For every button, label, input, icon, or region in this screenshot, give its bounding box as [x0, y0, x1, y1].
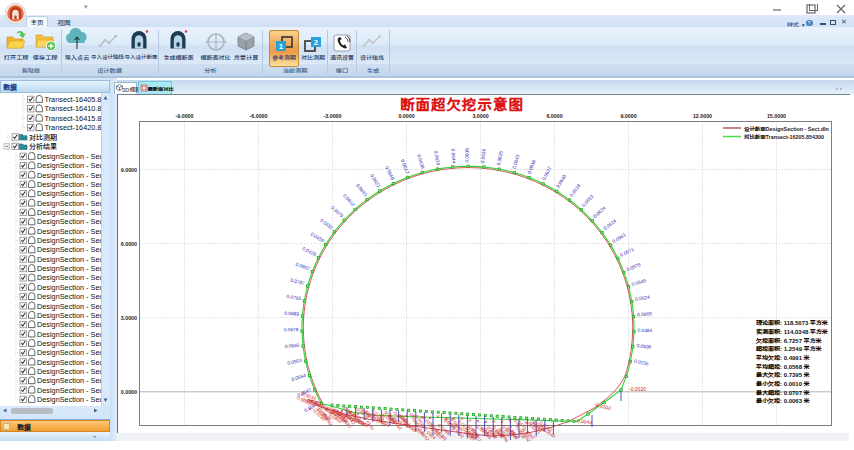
svg-text:0.0625: 0.0625	[496, 150, 504, 166]
svg-text:对比断面Transect-16205.854300: 对比断面Transect-16205.854300	[743, 133, 824, 141]
svg-text:0.0648: 0.0648	[384, 165, 395, 181]
svg-text:0.0661: 0.0661	[612, 232, 627, 244]
svg-text:0.0636: 0.0636	[480, 148, 486, 163]
svg-text:0.0787: 0.0787	[290, 278, 306, 287]
svg-text:0.0549: 0.0549	[631, 278, 647, 287]
svg-text:0.0652: 0.0652	[581, 194, 595, 208]
svg-text:设计断面DesignSection - Sect.dln: 设计断面DesignSection - Sect.dln	[744, 125, 829, 133]
svg-text:0.0524: 0.0524	[635, 295, 651, 302]
svg-text:9.0000: 9.0000	[620, 113, 636, 119]
svg-text:欠挖面积: 6.7257 平方米: 欠挖面积: 6.7257 平方米	[755, 336, 822, 345]
svg-text:最小欠挖: 0.0063 米: 最小欠挖: 0.0063 米	[756, 396, 810, 405]
svg-text:-0.0020: -0.0020	[629, 386, 646, 392]
svg-text:0.0575: 0.0575	[626, 262, 642, 272]
svg-text:0.0678: 0.0678	[284, 327, 299, 332]
svg-text:0.0554: 0.0554	[291, 373, 307, 382]
svg-text:0.0459: 0.0459	[310, 232, 325, 244]
svg-text:0.0633: 0.0633	[355, 183, 368, 198]
svg-text:0.0689: 0.0689	[284, 311, 299, 317]
svg-text:0.0644: 0.0644	[450, 148, 456, 163]
svg-text:0.0000: 0.0000	[121, 389, 137, 395]
svg-text:-6.0000: -6.0000	[250, 113, 268, 119]
svg-text:3.0000: 3.0000	[121, 315, 137, 321]
svg-text:0.0671: 0.0671	[619, 247, 635, 258]
svg-text:0.0619: 0.0619	[569, 183, 582, 198]
svg-text:0.0465: 0.0465	[637, 311, 652, 317]
svg-text:15.0000: 15.0000	[767, 113, 786, 119]
svg-text:0.0621: 0.0621	[369, 173, 381, 188]
svg-text:-3.0000: -3.0000	[324, 113, 342, 119]
svg-text:0.0634: 0.0634	[592, 205, 607, 219]
svg-text:6.0000: 6.0000	[121, 241, 137, 247]
svg-text:0.0629: 0.0629	[433, 150, 441, 166]
svg-text:6.0000: 6.0000	[546, 113, 562, 119]
svg-text:0.0553: 0.0553	[287, 358, 303, 366]
svg-text:最小欠挖: 0.0010 米: 最小欠挖: 0.0010 米	[756, 379, 810, 388]
svg-text:-0.0044: -0.0044	[575, 417, 593, 425]
svg-text:0.0640: 0.0640	[555, 173, 567, 188]
svg-text:0.0643: 0.0643	[512, 154, 521, 170]
svg-text:断面超欠挖示意图: 断面超欠挖示意图	[400, 93, 524, 114]
svg-text:12.0000: 12.0000	[693, 113, 712, 119]
svg-text:0.0765: 0.0765	[286, 294, 302, 301]
svg-text:平均超挖: 0.0568 米: 平均超挖: 0.0568 米	[755, 362, 810, 371]
svg-text:0.0429: 0.0429	[302, 246, 318, 257]
svg-text:-9.0000: -9.0000	[176, 113, 194, 119]
svg-text:0.0384: 0.0384	[637, 328, 652, 333]
svg-text:理论面积: 118.5073 平方米: 理论面积: 118.5073 平方米	[756, 318, 828, 327]
svg-text:0.0491: 0.0491	[319, 218, 334, 231]
svg-text:0.0616: 0.0616	[527, 159, 537, 175]
svg-text:0.0638: 0.0638	[416, 154, 425, 170]
svg-text:9.0000: 9.0000	[121, 167, 137, 173]
svg-text:0.0612: 0.0612	[342, 193, 356, 207]
svg-text:0.0807: 0.0807	[295, 262, 311, 272]
svg-text:平均欠挖: 0.4991 米: 平均欠挖: 0.4991 米	[755, 353, 810, 362]
svg-text:0.0617: 0.0617	[400, 159, 410, 175]
svg-text:0.0508: 0.0508	[636, 343, 651, 350]
svg-text:0.0665: 0.0665	[284, 343, 299, 350]
svg-text:0.0156: 0.0156	[634, 359, 650, 367]
svg-text:0.0616: 0.0616	[464, 148, 469, 163]
svg-text:0.0624: 0.0624	[603, 218, 618, 231]
svg-text:0.0627: 0.0627	[541, 165, 552, 181]
